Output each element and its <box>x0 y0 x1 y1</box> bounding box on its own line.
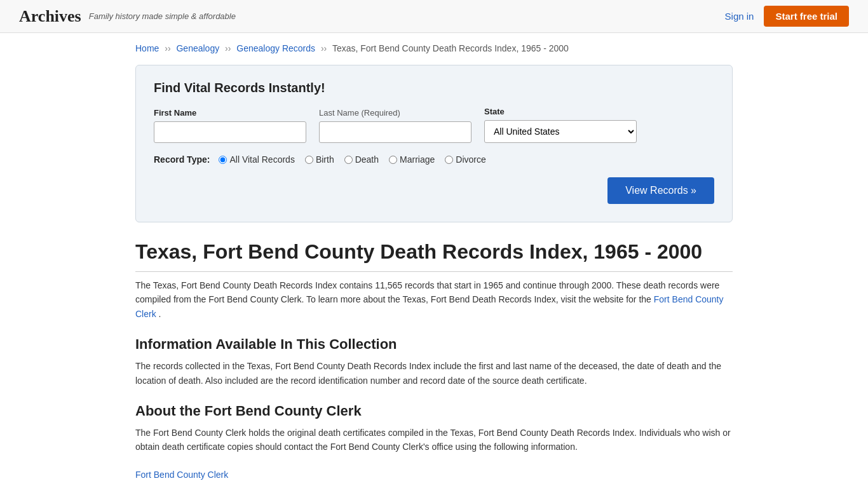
page-title: Texas, Fort Bend County Death Records In… <box>135 240 733 272</box>
radio-label-birth[interactable]: Birth <box>305 154 334 165</box>
record-type-label: Record Type: <box>154 154 210 165</box>
radio-marriage[interactable] <box>389 156 397 164</box>
section2-text: The Fort Bend County Clerk holds the ori… <box>135 426 733 454</box>
radio-label-divorce[interactable]: Divorce <box>445 154 485 165</box>
header-right: Sign in Start free trial <box>725 6 849 27</box>
search-title: Find Vital Records Instantly! <box>154 81 714 95</box>
section1-heading: Information Available In This Collection <box>135 336 733 353</box>
breadcrumb-home[interactable]: Home <box>135 43 159 53</box>
radio-birth[interactable] <box>305 156 313 164</box>
description-end: . <box>159 309 161 319</box>
site-tagline: Family history made simple & affordable <box>89 11 236 21</box>
description-text: The Texas, Fort Bend County Death Record… <box>135 280 719 304</box>
breadcrumb-genealogy-records[interactable]: Genealogy Records <box>236 43 315 53</box>
first-name-label: First Name <box>154 108 306 118</box>
breadcrumb: Home ›› Genealogy ›› Genealogy Records ›… <box>135 43 733 53</box>
breadcrumb-sep-1: ›› <box>165 43 170 53</box>
first-name-field: First Name <box>154 108 306 143</box>
first-name-input[interactable] <box>154 121 306 143</box>
header-left: Archives Family history made simple & af… <box>19 7 236 26</box>
state-label: State <box>484 107 637 116</box>
radio-death[interactable] <box>344 156 353 164</box>
last-name-label: Last Name (Required) <box>319 108 471 118</box>
breadcrumb-current: Texas, Fort Bend County Death Records In… <box>332 43 569 53</box>
radio-group: All Vital Records Birth Death Marriage D… <box>219 154 485 165</box>
radio-all[interactable] <box>219 156 227 164</box>
record-type-row: Record Type: All Vital Records Birth Dea… <box>154 154 714 165</box>
page-description: The Texas, Fort Bend County Death Record… <box>135 278 733 321</box>
search-fields: First Name Last Name (Required) State Al… <box>154 107 714 143</box>
view-records-button[interactable]: View Records » <box>607 177 714 204</box>
breadcrumb-genealogy[interactable]: Genealogy <box>176 43 219 53</box>
state-select[interactable]: All United StatesAlabamaAlaskaArizonaArk… <box>484 120 637 143</box>
section1-text: The records collected in the Texas, Fort… <box>135 359 733 388</box>
state-field: State All United StatesAlabamaAlaskaAriz… <box>484 107 637 143</box>
radio-label-marriage[interactable]: Marriage <box>389 154 435 165</box>
main-content: Home ›› Genealogy ›› Genealogy Records ›… <box>123 33 745 488</box>
radio-label-all[interactable]: All Vital Records <box>219 154 294 165</box>
last-name-input[interactable] <box>319 121 471 143</box>
site-logo: Archives <box>19 7 81 26</box>
site-header: Archives Family history made simple & af… <box>0 0 868 33</box>
breadcrumb-sep-3: ›› <box>321 43 327 53</box>
last-name-field: Last Name (Required) <box>319 108 471 143</box>
radio-label-death[interactable]: Death <box>344 154 379 165</box>
search-box: Find Vital Records Instantly! First Name… <box>135 65 733 222</box>
sign-in-link[interactable]: Sign in <box>725 11 754 22</box>
start-trial-button[interactable]: Start free trial <box>764 6 849 27</box>
breadcrumb-sep-2: ›› <box>225 43 231 53</box>
section2-heading: About the Fort Bend County Clerk <box>135 403 733 419</box>
radio-divorce[interactable] <box>445 156 453 164</box>
section2-link[interactable]: Fort Bend County Clerk <box>135 470 228 480</box>
